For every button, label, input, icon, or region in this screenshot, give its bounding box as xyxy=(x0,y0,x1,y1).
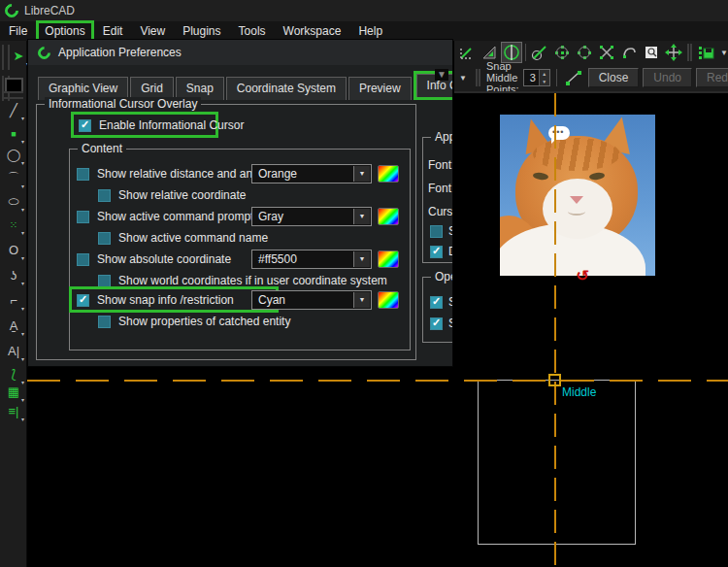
layer-save-icon[interactable] xyxy=(695,42,716,63)
zoom-auto-icon[interactable] xyxy=(641,42,662,63)
stepper-arrows[interactable]: ▲▼ xyxy=(539,70,549,85)
show-absolute-coordinate-checkbox[interactable] xyxy=(77,253,89,266)
absolute-coordinate-color-picker-button[interactable] xyxy=(378,250,399,268)
close-button[interactable]: Close xyxy=(588,68,640,87)
show-relative-coordinate-checkbox[interactable] xyxy=(98,189,111,202)
pan-icon[interactable] xyxy=(663,42,684,63)
line-points-icon[interactable] xyxy=(563,67,584,88)
tangent-line-icon[interactable] xyxy=(529,42,550,63)
select-value: Gray xyxy=(258,210,283,223)
polyline2-tool-icon[interactable]: ⌐▾ xyxy=(3,291,24,312)
relative-distance-color-select[interactable]: Orange ▼ xyxy=(251,164,372,183)
cat-image: ••• xyxy=(500,115,655,276)
circle2-tool-icon[interactable]: O▾ xyxy=(3,241,24,261)
crosshair-horizontal-line xyxy=(27,380,728,382)
group-label: Informational Cursor Overlay xyxy=(45,97,201,111)
toolbar-grip[interactable] xyxy=(4,91,23,99)
tab-coordinate-system[interactable]: Coordinate System xyxy=(226,77,347,100)
point-tool-icon[interactable]: ■▾ xyxy=(3,124,24,145)
dropdown-chevron[interactable]: ▼ xyxy=(456,74,470,83)
tab-preview[interactable]: Preview xyxy=(348,77,412,100)
toolbar-grip[interactable] xyxy=(687,44,692,61)
select-value: Cyan xyxy=(258,293,285,307)
zoom-previous-icon[interactable] xyxy=(618,42,640,63)
measure-tool-icon[interactable]: ▦▾ xyxy=(3,383,24,403)
menu-plugins[interactable]: Plugins xyxy=(174,22,229,40)
menu-edit[interactable]: Edit xyxy=(94,22,132,40)
zoom-window-icon[interactable] xyxy=(596,42,617,63)
application-preferences-dialog: Application Preferences Graphic View Gri… xyxy=(27,39,453,367)
show-active-command-name-checkbox[interactable] xyxy=(98,232,111,245)
line-tool-icon[interactable]: ╱▾ xyxy=(3,101,24,121)
arc-tool-icon[interactable]: ⌒▾ xyxy=(3,169,24,189)
checkbox-label: Sh xyxy=(448,224,453,238)
action-toolbar-row: ▼ Snap Middle Points: 3 ▲▼ Close Undo Re… xyxy=(454,66,728,89)
menu-view[interactable]: View xyxy=(131,22,174,40)
content-row: Show relative coordinate xyxy=(98,184,246,206)
speech-bubble-icon: ••• xyxy=(548,126,570,140)
checkbox-label: Sh xyxy=(448,317,453,330)
chevron-down-icon[interactable]: ▼ xyxy=(353,292,370,308)
appearance-checkbox[interactable] xyxy=(430,246,443,258)
dialog-tabbar: Graphic View Grid Snap Coordinate System… xyxy=(38,71,453,100)
appearance-check-row: Dra xyxy=(430,245,453,258)
selection-pointer-icon[interactable]: ➤▾ xyxy=(8,47,29,67)
content-row: Show absolute coordinate xyxy=(77,249,231,270)
zoom-out-icon[interactable] xyxy=(574,42,595,63)
order-list-tool-icon[interactable]: ≡|▾ xyxy=(3,402,24,422)
librecad-logo-icon xyxy=(2,1,21,20)
undo-button[interactable]: Undo xyxy=(643,68,692,87)
show-snap-info-checkbox[interactable] xyxy=(77,294,89,307)
librecad-window: LibreCAD File Options Edit View Plugins … xyxy=(0,0,728,567)
chevron-down-icon[interactable]: ▼ xyxy=(353,209,370,224)
group-label: Opera xyxy=(431,270,453,284)
menu-help[interactable]: Help xyxy=(349,22,391,40)
snap-angle-icon[interactable] xyxy=(456,42,478,63)
spline-tool-icon[interactable]: ʖ▾ xyxy=(3,266,24,286)
group-label: Content xyxy=(78,142,126,155)
show-active-command-prompt-checkbox[interactable] xyxy=(77,211,89,223)
toolbar-grip[interactable] xyxy=(476,69,480,86)
ellipse-tool-icon[interactable]: ⬭▾ xyxy=(3,192,24,213)
relative-distance-color-picker-button[interactable] xyxy=(378,165,399,183)
appearance-checkbox[interactable] xyxy=(430,225,443,238)
show-relative-distance-checkbox[interactable] xyxy=(77,168,89,181)
text-tool-icon[interactable]: A|▾ xyxy=(3,342,24,362)
window-title: LibreCAD xyxy=(24,4,75,17)
font-label: Font: xyxy=(428,158,453,172)
chevron-down-icon[interactable]: ▼ xyxy=(353,251,370,267)
operation-check-row: Sh xyxy=(430,317,453,330)
show-properties-checkbox[interactable] xyxy=(98,316,111,328)
dialog-title: Application Preferences xyxy=(58,46,182,59)
operation-checkbox[interactable] xyxy=(430,296,443,309)
snap-middle-points-stepper[interactable]: 3 ▲▼ xyxy=(523,69,550,86)
select-value: Orange xyxy=(258,167,297,181)
command-prompt-color-select[interactable]: Gray ▼ xyxy=(251,207,372,226)
chevron-down-icon[interactable]: ▼ xyxy=(353,166,370,182)
librecad-logo-icon xyxy=(35,44,52,61)
enable-informational-cursor-checkbox[interactable] xyxy=(79,119,91,132)
command-prompt-color-picker-button[interactable] xyxy=(378,208,399,225)
menu-tools[interactable]: Tools xyxy=(230,22,275,40)
zoom-in-icon[interactable] xyxy=(551,42,573,63)
checkbox-label: Show world coordinates if in user coordi… xyxy=(118,274,387,287)
tab-scroll-chevron[interactable]: ▼ xyxy=(435,69,448,81)
content-row: Show properties of catched entity xyxy=(98,311,290,332)
show-world-coordinates-checkbox[interactable] xyxy=(98,275,111,287)
menu-workspace[interactable]: Workspace xyxy=(275,22,350,40)
snap-info-color-picker-button[interactable] xyxy=(378,291,399,309)
redo-button[interactable]: Redo xyxy=(696,68,728,87)
operation-checkbox[interactable] xyxy=(430,317,443,330)
snap-info-color-select[interactable]: Cyan ▼ xyxy=(251,290,372,310)
polyline-tool-icon[interactable]: ⁙▾ xyxy=(3,216,24,236)
checkbox-label: Show properties of catched entity xyxy=(118,315,290,328)
toolbar-overflow-chevron[interactable]: ▼ xyxy=(717,49,728,57)
crosshair-vertical-line xyxy=(554,93,556,567)
dimension-tool-icon[interactable]: A̠▾ xyxy=(3,317,24,337)
absolute-coordinate-color-select[interactable]: #ff5500 ▼ xyxy=(251,250,372,269)
menu-file[interactable]: File xyxy=(0,22,36,40)
circle-tool-icon[interactable]: ◯▾ xyxy=(3,146,24,166)
dialog-header[interactable]: Application Preferences xyxy=(28,40,452,65)
left-toolbar: ➤▾ ╱▾ ■▾ ◯▾ ⌒▾ ⬭▾ ⁙▾ O▾ ʖ▾ ⌐▾ A̠▾ A|▾ ⟅▾… xyxy=(0,41,27,567)
cursor-label: Curso xyxy=(428,205,453,218)
